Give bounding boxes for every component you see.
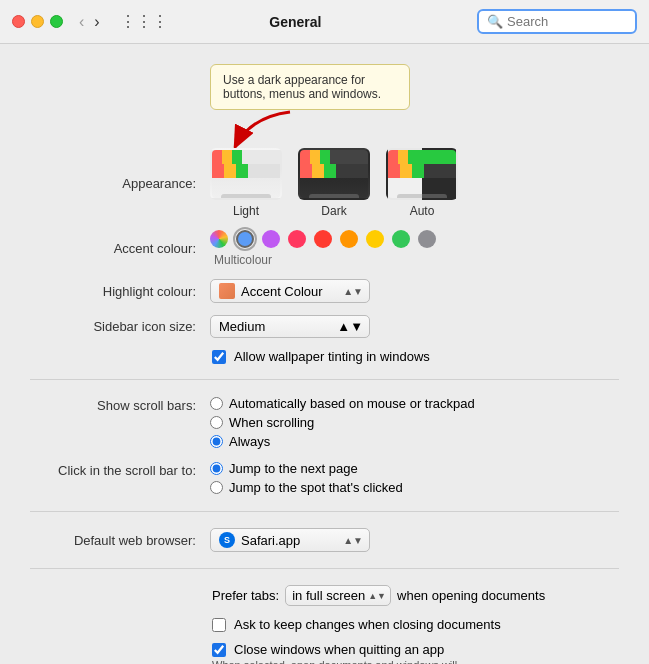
click-next-page-row: Jump to the next page bbox=[210, 461, 403, 476]
accent-pink[interactable] bbox=[288, 230, 306, 248]
tooltip-arrow-svg bbox=[230, 107, 310, 152]
minimize-button[interactable] bbox=[31, 15, 44, 28]
tooltip-wrapper: Use a dark appearance for buttons, menus… bbox=[30, 64, 619, 152]
default-browser-dropdown[interactable]: S Safari.app ▲▼ bbox=[210, 528, 370, 552]
main-content: Use a dark appearance for buttons, menus… bbox=[0, 44, 649, 664]
sidebar-icon-size-label: Sidebar icon size: bbox=[30, 319, 210, 334]
click-scroll-section: Click in the scroll bar to: Jump to the … bbox=[30, 455, 619, 501]
appearance-dark-thumb bbox=[298, 148, 370, 200]
default-browser-label: Default web browser: bbox=[30, 533, 210, 548]
appearance-auto[interactable]: Auto bbox=[386, 148, 458, 218]
divider-1 bbox=[30, 379, 619, 380]
forward-button[interactable]: › bbox=[90, 11, 103, 33]
sidebar-icon-size-arrow-icon: ▲▼ bbox=[337, 319, 363, 334]
prefer-tabs-prefix: Prefer tabs: bbox=[212, 588, 279, 603]
appearance-auto-label: Auto bbox=[410, 204, 435, 218]
show-scroll-bars-options: Automatically based on mouse or trackpad… bbox=[210, 396, 475, 449]
wallpaper-tinting-checkbox[interactable] bbox=[212, 350, 226, 364]
titlebar: ‹ › ⋮⋮⋮ General 🔍 bbox=[0, 0, 649, 44]
scroll-bar-auto-row: Automatically based on mouse or trackpad bbox=[210, 396, 475, 411]
prefer-tabs-dropdown[interactable]: in full screen ▲▼ bbox=[285, 585, 391, 606]
safari-icon: S bbox=[219, 532, 235, 548]
window-title: General bbox=[122, 14, 469, 30]
search-input[interactable] bbox=[507, 14, 627, 29]
search-icon: 🔍 bbox=[487, 14, 503, 29]
appearance-dark[interactable]: Dark bbox=[298, 148, 370, 218]
accent-blue[interactable] bbox=[236, 230, 254, 248]
ask-keep-changes-checkbox[interactable] bbox=[212, 618, 226, 632]
maximize-button[interactable] bbox=[50, 15, 63, 28]
sidebar-icon-size-dropdown[interactable]: Medium ▲▼ bbox=[210, 315, 370, 338]
highlight-colour-dropdown[interactable]: Accent Colour ▲▼ bbox=[210, 279, 370, 303]
multicolor-label: Multicolour bbox=[212, 253, 272, 267]
tooltip-bubble: Use a dark appearance for buttons, menus… bbox=[210, 64, 410, 110]
scroll-bar-scrolling-row: When scrolling bbox=[210, 415, 475, 430]
scroll-bar-auto-label: Automatically based on mouse or trackpad bbox=[229, 396, 475, 411]
close-windows-label: Close windows when quitting an app bbox=[234, 642, 444, 657]
show-scroll-bars-label: Show scroll bars: bbox=[30, 396, 210, 449]
click-scroll-options: Jump to the next page Jump to the spot t… bbox=[210, 461, 403, 495]
scroll-bar-scrolling-label: When scrolling bbox=[229, 415, 314, 430]
highlight-colour-arrow-icon: ▲▼ bbox=[343, 286, 363, 297]
divider-2 bbox=[30, 511, 619, 512]
scroll-bar-auto-radio[interactable] bbox=[210, 397, 223, 410]
appearance-options: Light Dark Aut bbox=[210, 148, 619, 218]
accent-colour-options: Multicolour bbox=[210, 230, 619, 267]
accent-red[interactable] bbox=[314, 230, 332, 248]
highlight-colour-row: Highlight colour: Accent Colour ▲▼ bbox=[30, 273, 619, 309]
accent-purple[interactable] bbox=[262, 230, 280, 248]
multicolor-label-wrapper: Multicolour bbox=[210, 252, 619, 267]
sidebar-icon-size-value: Medium bbox=[219, 319, 265, 334]
close-button[interactable] bbox=[12, 15, 25, 28]
accent-colour-label: Accent colour: bbox=[30, 241, 210, 256]
default-browser-value: Safari.app bbox=[241, 533, 337, 548]
show-scroll-bars-section: Show scroll bars: Automatically based on… bbox=[30, 390, 619, 455]
ask-keep-changes-row: Ask to keep changes when closing documen… bbox=[30, 612, 619, 637]
click-scroll-label: Click in the scroll bar to: bbox=[30, 461, 210, 495]
sidebar-icon-size-row: Sidebar icon size: Medium ▲▼ bbox=[30, 309, 619, 344]
tooltip-text: Use a dark appearance for buttons, menus… bbox=[223, 73, 381, 101]
scroll-bar-always-radio[interactable] bbox=[210, 435, 223, 448]
prefer-tabs-row: Prefer tabs: in full screen ▲▼ when open… bbox=[30, 579, 619, 612]
scroll-bar-always-label: Always bbox=[229, 434, 270, 449]
prefer-tabs-arrow-icon: ▲▼ bbox=[368, 591, 386, 601]
appearance-light-label: Light bbox=[233, 204, 259, 218]
appearance-label: Appearance: bbox=[30, 176, 210, 191]
click-spot-row: Jump to the spot that's clicked bbox=[210, 480, 403, 495]
prefer-tabs-suffix: when opening documents bbox=[397, 588, 545, 603]
scroll-bar-always-row: Always bbox=[210, 434, 475, 449]
accent-yellow[interactable] bbox=[366, 230, 384, 248]
highlight-colour-content: Accent Colour ▲▼ bbox=[210, 279, 619, 303]
close-windows-note: When selected, open documents and window… bbox=[30, 658, 460, 664]
ask-keep-changes-label: Ask to keep changes when closing documen… bbox=[234, 617, 501, 632]
search-box[interactable]: 🔍 bbox=[477, 9, 637, 34]
accent-color-dots bbox=[210, 230, 436, 248]
appearance-auto-thumb bbox=[386, 148, 458, 200]
sidebar-icon-size-content: Medium ▲▼ bbox=[210, 315, 619, 338]
traffic-lights bbox=[12, 15, 63, 28]
accent-multicolor[interactable] bbox=[210, 230, 228, 248]
accent-graphite[interactable] bbox=[418, 230, 436, 248]
accent-orange[interactable] bbox=[340, 230, 358, 248]
click-spot-radio[interactable] bbox=[210, 481, 223, 494]
back-button[interactable]: ‹ bbox=[75, 11, 88, 33]
divider-3 bbox=[30, 568, 619, 569]
appearance-light[interactable]: Light bbox=[210, 148, 282, 218]
scroll-bar-scrolling-radio[interactable] bbox=[210, 416, 223, 429]
click-spot-label: Jump to the spot that's clicked bbox=[229, 480, 403, 495]
appearance-dark-label: Dark bbox=[321, 204, 346, 218]
highlight-colour-label: Highlight colour: bbox=[30, 284, 210, 299]
accent-green[interactable] bbox=[392, 230, 410, 248]
appearance-light-thumb bbox=[210, 148, 282, 200]
click-next-page-radio[interactable] bbox=[210, 462, 223, 475]
wallpaper-tinting-label: Allow wallpaper tinting in windows bbox=[234, 349, 430, 364]
click-next-page-label: Jump to the next page bbox=[229, 461, 358, 476]
close-windows-checkbox[interactable] bbox=[212, 643, 226, 657]
default-browser-row: Default web browser: S Safari.app ▲▼ bbox=[30, 522, 619, 558]
default-browser-content: S Safari.app ▲▼ bbox=[210, 528, 619, 552]
accent-colour-row: Accent colour: Multicolour bbox=[30, 224, 619, 273]
highlight-colour-swatch bbox=[219, 283, 235, 299]
wallpaper-tinting-row: Allow wallpaper tinting in windows bbox=[30, 344, 619, 369]
prefer-tabs-value: in full screen bbox=[292, 588, 365, 603]
highlight-colour-value: Accent Colour bbox=[241, 284, 337, 299]
